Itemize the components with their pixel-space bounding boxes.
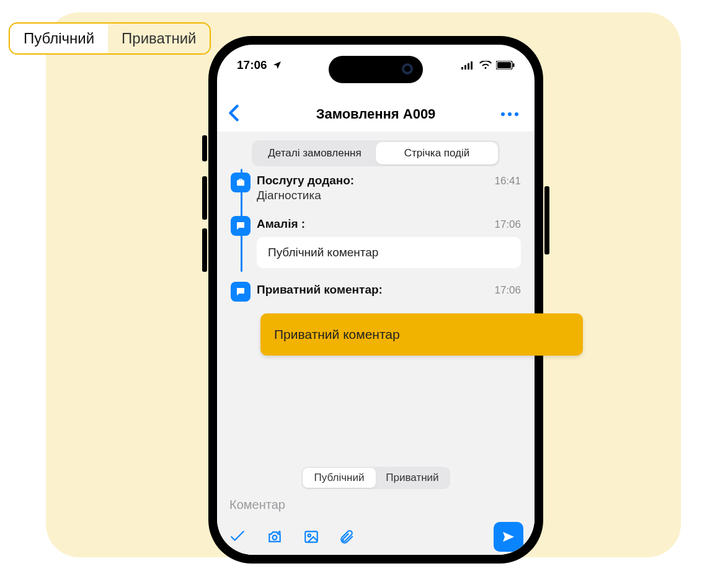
segment-private[interactable]: Приватний	[108, 24, 210, 53]
svg-point-9	[308, 534, 311, 537]
page-title: Замовлення A009	[316, 106, 436, 122]
composer-segment-public[interactable]: Публічний	[303, 468, 376, 488]
dynamic-island	[329, 56, 423, 83]
private-comment-bubble: Приватний коментар	[260, 313, 583, 356]
phone-silence-switch	[202, 135, 207, 161]
event-title: Приватний коментар:	[257, 283, 383, 297]
phone-volume-down	[202, 228, 207, 272]
svg-rect-6	[513, 63, 515, 67]
composer-visibility-segment[interactable]: Публічний Приватний	[301, 467, 450, 489]
image-icon[interactable]	[303, 529, 320, 545]
event-public-comment: Амалія : 17:06 Публічний коментар	[231, 217, 521, 268]
comment-input[interactable]: Коментар	[229, 498, 285, 511]
cellular-icon	[461, 61, 475, 70]
event-private-comment: Приватний коментар: 17:06	[231, 283, 521, 297]
svg-rect-5	[497, 62, 511, 68]
event-time: 17:06	[494, 284, 521, 297]
event-title: Послугу додано:	[257, 174, 354, 187]
svg-rect-8	[305, 531, 317, 542]
status-time: 17:06	[237, 58, 267, 72]
svg-point-7	[273, 536, 277, 540]
more-button[interactable]	[501, 112, 518, 116]
svg-rect-2	[468, 63, 469, 70]
wifi-icon	[479, 61, 492, 70]
svg-rect-0	[461, 67, 463, 70]
battery-icon	[496, 61, 515, 70]
nav-bar: Замовлення A009	[217, 101, 535, 128]
phone-volume-up	[202, 176, 207, 220]
checkmark-icon[interactable]	[228, 529, 247, 545]
iphone-frame: 17:06 Замовлення A009 Деталі замовлення	[208, 36, 543, 564]
chevron-left-icon	[228, 104, 239, 122]
main-tabs-segment[interactable]: Деталі замовлення Стрічка подій	[252, 140, 500, 166]
segment-public[interactable]: Публічний	[10, 24, 108, 53]
back-button[interactable]	[228, 104, 239, 124]
location-arrow-icon	[272, 60, 282, 70]
event-service-added: Послугу додано: 16:41 Діагностика	[231, 174, 521, 202]
public-comment-bubble: Публічний коментар	[257, 237, 521, 268]
speech-bubble-icon	[231, 216, 251, 236]
event-author: Амалія :	[257, 217, 305, 231]
event-time: 17:06	[494, 218, 521, 231]
composer-segment-private[interactable]: Приватний	[376, 468, 449, 488]
phone-power-button	[544, 186, 549, 254]
speech-bubble-icon	[231, 282, 251, 302]
briefcase-icon	[231, 173, 251, 192]
visibility-segment-overlay[interactable]: Публічний Приватний	[9, 22, 211, 55]
send-icon	[501, 529, 516, 544]
front-camera-icon	[402, 63, 413, 74]
svg-rect-1	[464, 65, 466, 70]
tab-order-details[interactable]: Деталі замовлення	[254, 142, 376, 164]
tab-event-feed[interactable]: Стрічка подій	[376, 142, 498, 164]
camera-plus-icon[interactable]	[265, 529, 284, 545]
send-button[interactable]	[494, 522, 523, 552]
svg-rect-3	[471, 61, 473, 70]
event-time: 16:41	[494, 175, 521, 187]
more-dots-icon	[501, 112, 505, 116]
event-subtitle: Діагностика	[257, 189, 521, 202]
paperclip-icon[interactable]	[339, 528, 355, 546]
